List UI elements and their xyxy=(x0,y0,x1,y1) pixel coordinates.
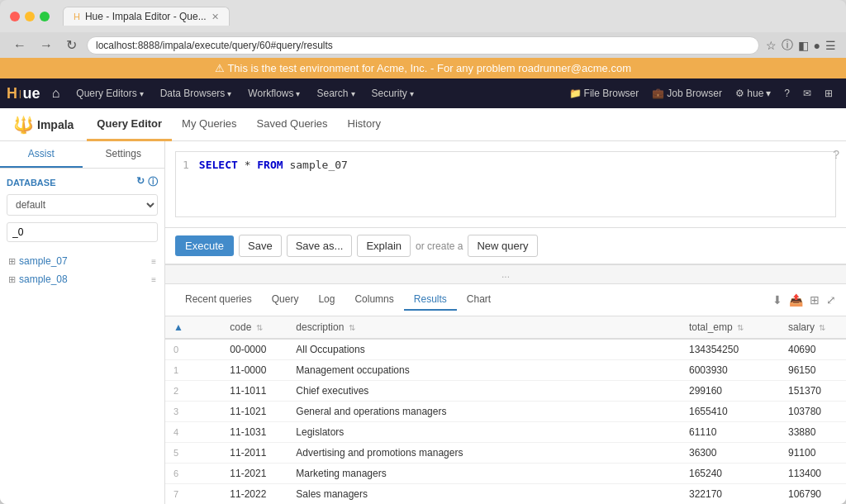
forward-button[interactable]: → xyxy=(36,36,56,55)
nav-query-editors-label: Query Editors xyxy=(76,88,136,99)
tab-query-editor[interactable]: Query Editor xyxy=(87,108,172,141)
keyword-select: SELECT xyxy=(199,159,238,171)
refresh-db-icon[interactable]: ↻ xyxy=(136,175,145,189)
cell-description: General and operations managers xyxy=(288,402,681,422)
results-tab-results[interactable]: Results xyxy=(404,289,457,311)
database-label-text: DATABASE xyxy=(7,178,55,188)
table-row: 3 11-1021 General and operations manager… xyxy=(165,402,846,422)
nav-job-browser[interactable]: 💼 Job Browser xyxy=(645,78,729,108)
tab-my-queries[interactable]: My Queries xyxy=(172,108,246,141)
file-browser-label: File Browser xyxy=(584,88,639,99)
refresh-button[interactable]: ↻ xyxy=(63,36,80,55)
cell-salary: 33880 xyxy=(780,422,846,443)
new-query-button[interactable]: New query xyxy=(468,235,537,257)
table-search-input[interactable] xyxy=(7,222,158,242)
divider-text: ... xyxy=(501,269,510,280)
menu-icon[interactable]: ☰ xyxy=(825,39,836,52)
col-header-code[interactable]: code ⇅ xyxy=(221,316,288,339)
nav-query-editors-arrow: ▾ xyxy=(140,89,144,98)
execute-button[interactable]: Execute xyxy=(175,235,234,256)
tab-saved-queries[interactable]: Saved Queries xyxy=(247,108,338,141)
cell-code: 11-1021 xyxy=(221,402,288,422)
cell-rownum: 3 xyxy=(165,402,221,422)
expand-icon[interactable]: ⤢ xyxy=(826,293,836,307)
nav-file-browser[interactable]: 📁 File Browser xyxy=(563,78,646,108)
nav-search-arrow: ▾ xyxy=(351,89,355,98)
results-tab-columns[interactable]: Columns xyxy=(345,289,403,311)
left-tab-assist[interactable]: Assist xyxy=(0,141,83,168)
columns-label: Columns xyxy=(354,293,393,305)
nav-item-security[interactable]: Security ▾ xyxy=(364,78,422,108)
extensions-icon[interactable]: ◧ xyxy=(798,39,809,52)
editor-content[interactable]: 1SELECT * FROM sample_07 xyxy=(175,151,836,217)
nav-apps[interactable]: ⊞ xyxy=(818,78,839,108)
browser-toolbar-icons: ☆ ⓘ ◧ ● ☰ xyxy=(766,38,836,53)
close-button[interactable] xyxy=(10,12,20,21)
cell-code: 11-1031 xyxy=(221,422,288,443)
editor-help-icon[interactable]: ? xyxy=(833,148,839,161)
info-db-icon[interactable]: ⓘ xyxy=(148,175,158,189)
table-menu-icon2[interactable]: ≡ xyxy=(151,275,156,284)
nav-hue-menu[interactable]: ⚙ hue ▾ xyxy=(729,78,777,108)
export-icon[interactable]: 📤 xyxy=(789,293,803,307)
grid-icon[interactable]: ⊞ xyxy=(810,293,820,307)
results-tab-chart[interactable]: Chart xyxy=(457,289,501,311)
cell-description: Sales managers xyxy=(288,484,681,505)
cell-description: Chief executives xyxy=(288,381,681,402)
save-as-button[interactable]: Save as... xyxy=(287,235,353,257)
browser-tab[interactable]: H Hue - Impala Editor - Que... ✕ xyxy=(63,7,230,26)
table-menu-icon[interactable]: ≡ xyxy=(151,257,156,266)
cell-code: 11-2011 xyxy=(221,443,288,464)
tab-close-button[interactable]: ✕ xyxy=(212,12,219,22)
history-label: History xyxy=(348,117,381,130)
address-input[interactable] xyxy=(87,36,759,55)
table-row: 1 11-0000 Management occupations 6003930… xyxy=(165,360,846,381)
col-header-total-emp[interactable]: total_emp ⇅ xyxy=(681,316,780,339)
file-browser-icon: 📁 xyxy=(569,88,582,99)
impala-logo: 🔱 Impala xyxy=(13,115,74,135)
address-bar-row: ← → ↻ ☆ ⓘ ◧ ● ☰ xyxy=(0,32,846,58)
table-item-sample08[interactable]: ⊞ sample_08 ≡ xyxy=(7,270,158,288)
profile-icon[interactable]: ● xyxy=(814,39,820,52)
download-icon[interactable]: ⬇ xyxy=(772,293,782,307)
nav-item-query-editors[interactable]: Query Editors ▾ xyxy=(68,78,151,108)
table-item-sample07[interactable]: ⊞ sample_07 ≡ xyxy=(7,252,158,270)
home-icon[interactable]: ⌂ xyxy=(47,86,65,101)
back-button[interactable]: ← xyxy=(10,36,30,55)
results-tab-recent[interactable]: Recent queries xyxy=(175,289,262,311)
operator-star: * xyxy=(245,159,251,171)
cell-rownum: 5 xyxy=(165,443,221,464)
results-tab-query[interactable]: Query xyxy=(262,289,309,311)
database-select[interactable]: default xyxy=(7,194,158,216)
cell-description: Management occupations xyxy=(288,360,681,381)
nav-item-data-browsers[interactable]: Data Browsers ▾ xyxy=(152,78,240,108)
nav-help[interactable]: ? xyxy=(777,78,796,108)
table-name-sample07: sample_07 xyxy=(19,255,68,267)
nav-item-workflows[interactable]: Workflows ▾ xyxy=(240,78,308,108)
col-header-salary[interactable]: salary ⇅ xyxy=(780,316,846,339)
panel-divider[interactable]: ... xyxy=(165,264,846,284)
tab-favicon: H xyxy=(74,12,80,21)
help-icon: ? xyxy=(784,88,790,99)
results-tab-log[interactable]: Log xyxy=(308,289,345,311)
query-tab-label: Query xyxy=(272,293,299,305)
tab-bar: H Hue - Impala Editor - Que... ✕ xyxy=(63,7,829,26)
left-tab-settings[interactable]: Settings xyxy=(83,141,165,168)
nav-item-search[interactable]: Search ▾ xyxy=(308,78,363,108)
tab-history[interactable]: History xyxy=(338,108,391,141)
apps-icon: ⊞ xyxy=(825,88,833,99)
save-button[interactable]: Save xyxy=(239,235,282,257)
browser-window: H Hue - Impala Editor - Que... ✕ ← → ↻ ☆… xyxy=(0,0,846,504)
bookmark-icon[interactable]: ☆ xyxy=(766,39,777,52)
info-icon[interactable]: ⓘ xyxy=(782,38,793,53)
explain-button[interactable]: Explain xyxy=(357,235,411,257)
cell-salary: 96150 xyxy=(780,360,846,381)
maximize-button[interactable] xyxy=(40,12,50,21)
hue-menu-label: ⚙ hue xyxy=(735,88,763,99)
results-panel: Recent queries Query Log Columns xyxy=(165,284,846,504)
nav-notifications[interactable]: ✉ xyxy=(796,78,818,108)
top-nav: H | ue ⌂ Query Editors ▾ Data Browsers ▾… xyxy=(0,78,846,108)
cell-salary: 91100 xyxy=(780,443,846,464)
minimize-button[interactable] xyxy=(25,12,35,21)
col-header-description[interactable]: description ⇅ xyxy=(288,316,681,339)
